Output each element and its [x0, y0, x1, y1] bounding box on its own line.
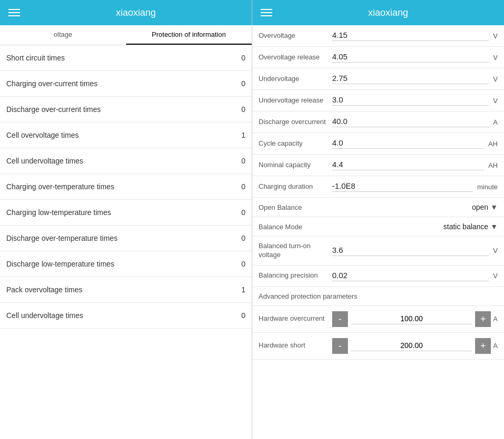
- list-item: Discharge low-temperature times 0: [0, 251, 252, 277]
- info-value-container: 40.0: [332, 117, 489, 127]
- info-row: Charging duration -1.0E8 minute: [252, 176, 504, 198]
- stepper-unit: A: [493, 315, 498, 323]
- info-value: -1.0E8: [332, 181, 473, 190]
- info-value: 4.0: [332, 138, 484, 147]
- tab-protection[interactable]: Protection of information: [126, 25, 252, 45]
- info-value: 4.05: [332, 52, 489, 61]
- info-unit: V: [493, 32, 498, 40]
- stepper-label: Hardware overcurrent: [259, 314, 332, 323]
- right-header: xiaoxiang: [252, 0, 504, 25]
- info-unit: V: [493, 97, 498, 105]
- info-label: Overvoltage: [259, 32, 332, 40]
- list-item-value: 0: [235, 311, 245, 320]
- info-row: Overvoltage release 4.05 V: [252, 47, 504, 68]
- info-row: Nominal capacity 4.4 AH: [252, 155, 504, 176]
- info-value-container: -1.0E8: [332, 181, 473, 192]
- list-item-value: 0: [235, 157, 245, 165]
- list-item-value: 0: [235, 260, 245, 268]
- right-header-title: xiaoxiang: [281, 7, 496, 18]
- info-label: Cycle capacity: [259, 139, 332, 148]
- info-unit: AH: [488, 161, 498, 169]
- info-value-container: 4.05: [332, 52, 489, 63]
- list-item: Discharge over-temperature times 0: [0, 226, 252, 251]
- dropdown-row[interactable]: Open Balance open ▼: [252, 198, 504, 217]
- info-row: Cycle capacity 4.0 AH: [252, 133, 504, 155]
- list-item-label: Pack overvoltage times: [6, 285, 83, 294]
- info-label: Charging duration: [259, 182, 332, 191]
- list-item: Charging low-temperature times 0: [0, 200, 252, 226]
- info-label: Undervoltage release: [259, 96, 332, 105]
- stepper-plus-button[interactable]: +: [475, 338, 491, 354]
- left-header: xiaoxiang: [0, 0, 252, 25]
- dropdown-value: static balance: [332, 222, 488, 231]
- list-item: Cell undervoltage times 0: [0, 148, 252, 174]
- dropdown-value: open: [332, 203, 488, 211]
- info-value: 3.0: [332, 95, 489, 104]
- info-row: Overvoltage 4.15 V: [252, 25, 504, 47]
- info-label: Balancing precision: [259, 271, 332, 280]
- stepper-input[interactable]: [351, 313, 472, 324]
- info-value-container: 4.15: [332, 30, 489, 41]
- list-item-value: 0: [235, 79, 245, 88]
- stepper-minus-button[interactable]: -: [332, 338, 348, 354]
- list-item-label: Short circuit times: [6, 54, 65, 62]
- list-item: Short circuit times 0: [0, 45, 252, 71]
- info-unit: AH: [488, 140, 498, 148]
- info-unit: V: [493, 54, 498, 62]
- list-item: Charging over-current times 0: [0, 71, 252, 97]
- info-value: 40.0: [332, 117, 489, 126]
- stepper-plus-button[interactable]: +: [475, 311, 491, 327]
- info-label: Overvoltage release: [259, 53, 332, 62]
- stepper-row: Hardware short - + A: [252, 333, 504, 360]
- info-row: Discharge overcurrent 40.0 A: [252, 111, 504, 133]
- info-row: Balanced turn-on voltage 3.6 V: [252, 237, 504, 266]
- info-value-container: 4.0: [332, 138, 484, 149]
- list-item: Cell overvoltage times 1: [0, 122, 252, 148]
- info-label: Undervoltage: [259, 75, 332, 84]
- list-item-label: Cell overvoltage times: [6, 131, 79, 139]
- list-item-label: Cell undervoltage times: [6, 311, 83, 320]
- stepper-minus-button[interactable]: -: [332, 311, 348, 327]
- left-list: Short circuit times 0 Charging over-curr…: [0, 45, 252, 439]
- list-item: Discharge over-current times 0: [0, 97, 252, 122]
- stepper-label: Hardware short: [259, 341, 332, 350]
- list-item-value: 1: [235, 285, 245, 294]
- info-row: Undervoltage release 3.0 V: [252, 90, 504, 111]
- right-content: Overvoltage 4.15 V Overvoltage release 4…: [252, 25, 504, 439]
- list-item-value: 0: [235, 105, 245, 114]
- info-unit: V: [493, 272, 498, 280]
- left-hamburger-icon[interactable]: [8, 9, 20, 16]
- tabs-row: oltage Protection of information: [0, 25, 252, 45]
- list-item-value: 0: [235, 54, 245, 62]
- info-row: Balancing precision 0.02 V: [252, 266, 504, 287]
- info-row: Undervoltage 2.75 V: [252, 68, 504, 90]
- stepper-unit: A: [493, 342, 498, 350]
- left-header-title: xiaoxiang: [28, 7, 243, 18]
- dropdown-label: Open Balance: [259, 203, 332, 211]
- info-value: 2.75: [332, 74, 489, 83]
- list-item-label: Charging over-current times: [6, 79, 98, 88]
- tab-oltage[interactable]: oltage: [0, 25, 126, 45]
- list-item-label: Charging over-temperature times: [6, 182, 114, 191]
- info-value: 4.15: [332, 30, 489, 39]
- stepper-input[interactable]: [351, 340, 472, 351]
- info-value-container: 3.0: [332, 95, 489, 106]
- list-item-value: 0: [235, 234, 245, 242]
- list-item: Charging over-temperature times 0: [0, 174, 252, 200]
- list-item: Pack overvoltage times 1: [0, 277, 252, 303]
- info-unit: V: [493, 75, 498, 83]
- info-label: Discharge overcurrent: [259, 118, 332, 127]
- info-unit: minute: [477, 183, 498, 191]
- info-label: Nominal capacity: [259, 161, 332, 170]
- list-item-label: Discharge over-current times: [6, 105, 101, 114]
- list-item-value: 1: [235, 131, 245, 139]
- right-hamburger-icon[interactable]: [261, 9, 272, 16]
- list-item-label: Discharge low-temperature times: [6, 260, 114, 268]
- info-value-container: 4.4: [332, 160, 484, 170]
- list-item-value: 0: [235, 208, 245, 217]
- right-panel: xiaoxiang Overvoltage 4.15 V Overvoltage…: [252, 0, 504, 439]
- advanced-section-header: Advanced protection parameters: [252, 287, 504, 306]
- info-value: 4.4: [332, 160, 484, 169]
- list-item-label: Cell undervoltage times: [6, 157, 83, 165]
- dropdown-row[interactable]: Balance Mode static balance ▼: [252, 217, 504, 237]
